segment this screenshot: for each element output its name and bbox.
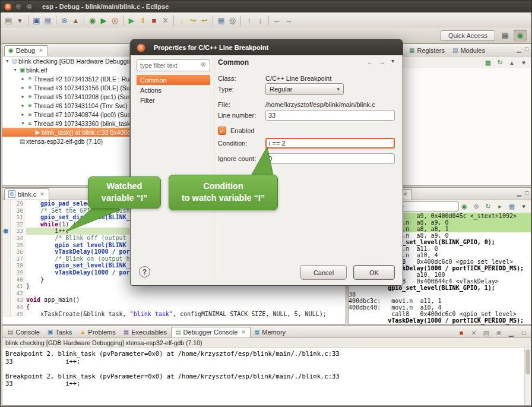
console-output[interactable]: Breakpoint 2, blink_task (pvParameter=0x… <box>2 348 525 405</box>
debug-perspective-icon[interactable]: ◉ <box>514 30 527 42</box>
breakpoint-margin[interactable]: ▶ <box>2 228 11 235</box>
close-tab-icon[interactable]: ✕ <box>403 191 408 197</box>
debug-tree-item[interactable]: ▤xtensa-esp32-elf-gdb (7.10) <box>2 137 129 146</box>
tab-registers[interactable]: ▦Registers <box>406 46 449 56</box>
refresh-icon[interactable]: ↻ <box>495 58 505 67</box>
forward-icon[interactable]: → <box>379 58 386 66</box>
close-tab-icon[interactable]: ✕ <box>40 191 45 197</box>
clear-console-icon[interactable]: ▤ <box>482 328 491 337</box>
tree-expander-icon[interactable]: ▸ <box>20 103 26 108</box>
instruction-stepping-icon[interactable]: ▦ <box>216 15 227 26</box>
tree-expander-icon[interactable]: ▾ <box>4 58 11 64</box>
step-return-icon[interactable]: ↩ <box>199 15 210 26</box>
type-combo[interactable]: Regular ▾ <box>265 83 344 95</box>
help-button[interactable]: ? <box>139 266 150 277</box>
disassembly-line[interactable]: 400dbc40: movi.n a10, 4 <box>349 304 531 311</box>
tab-console[interactable]: ▤Console <box>4 327 44 337</box>
minimize-icon[interactable]: ▁ <box>506 328 516 337</box>
window-close-button[interactable]: × <box>4 3 12 11</box>
debug-tree-item[interactable]: ▸≡Thread #6 1073431104 (Tmr Svc) (Suspen… <box>2 101 129 110</box>
line-number-input[interactable] <box>265 110 395 121</box>
dialog-filter-input[interactable] <box>137 59 210 71</box>
disassembly-line[interactable]: vTaskDelay(1000 / portTICK_PERIOD_MS); <box>349 317 531 324</box>
disassembly-line[interactable]: 38 <box>349 291 531 298</box>
disassembly-line[interactable]: call8 0x400dc6c0 <gpio_set_level> <box>349 311 531 317</box>
breakpoint-margin[interactable] <box>2 200 11 207</box>
breakpoint-margin[interactable] <box>2 296 11 304</box>
disconnect-icon[interactable]: ✕ <box>160 15 171 26</box>
breakpoint-margin[interactable] <box>2 214 11 221</box>
close-tab-icon[interactable]: ✕ <box>39 48 43 53</box>
refresh-icon[interactable]: ↻ <box>483 201 493 211</box>
tree-expander-icon[interactable]: ▾ <box>20 121 26 126</box>
debug-tree-item[interactable]: ▸≡Thread #2 1073413512 (IDLE : Running) <box>2 74 129 83</box>
build-icon[interactable]: ▲ <box>70 15 81 26</box>
ignore-count-input[interactable] <box>265 153 395 164</box>
open-perspective-icon[interactable]: ▦ <box>499 30 512 42</box>
maximize-view-icon[interactable]: □ <box>525 46 528 52</box>
back-icon[interactable]: ← <box>271 15 283 26</box>
clear-icon[interactable]: ⊗ <box>471 201 481 211</box>
resume-icon[interactable]: ▶ <box>126 15 137 26</box>
breakpoint-margin[interactable] <box>2 221 11 228</box>
editor-line[interactable]: 44{ <box>2 304 346 311</box>
dialog-nav-item-filter[interactable]: Filter <box>137 95 210 105</box>
remove-launch-icon[interactable]: ✕ <box>469 328 479 337</box>
tab-problems[interactable]: ▲Problems <box>76 327 119 337</box>
breakpoint-margin[interactable] <box>2 304 11 311</box>
enabled-checkbox[interactable]: ✓ <box>218 127 226 135</box>
dialog-nav-item-actions[interactable]: Actions <box>137 85 210 95</box>
search-icon[interactable]: ◎ <box>227 15 238 26</box>
dialog-close-button[interactable]: × <box>137 43 145 52</box>
tab-debug[interactable]: ◉ Debug ✕ <box>4 45 48 56</box>
tab-memory[interactable]: ▦Memory <box>251 327 290 337</box>
breakpoint-margin[interactable] <box>2 269 11 276</box>
breakpoint-margin[interactable] <box>2 262 11 269</box>
breakpoint-margin[interactable] <box>2 276 11 283</box>
breakpoint-margin[interactable] <box>2 235 11 242</box>
debug-tree-item[interactable]: ▾▣blink.elf <box>2 65 129 74</box>
show-columns-icon[interactable]: ▦ <box>483 58 493 67</box>
view-menu-icon[interactable]: ▾ <box>519 201 528 211</box>
profile-icon[interactable]: ◎ <box>109 15 121 26</box>
tab-tasks[interactable]: ▣Tasks <box>44 327 77 337</box>
breakpoint-margin[interactable] <box>2 207 11 214</box>
tree-expander-icon[interactable]: ▸ <box>20 85 26 90</box>
sync-icon[interactable]: ▦ <box>507 201 517 211</box>
tree-expander-icon[interactable]: ▸ <box>20 94 26 99</box>
breakpoint-margin[interactable] <box>2 248 11 255</box>
debug-icon[interactable]: ◉ <box>87 15 98 26</box>
minimize-view-icon[interactable]: ▁ <box>517 46 521 52</box>
next-annotation-icon[interactable]: ↓ <box>255 15 266 26</box>
tab-debugger-console[interactable]: ▤Debugger Console✕ <box>171 327 251 337</box>
new-wizard-icon[interactable]: ▤ <box>3 15 14 26</box>
tree-expander-icon[interactable]: ▾ <box>12 67 18 72</box>
cancel-button[interactable]: Cancel <box>300 265 347 280</box>
window-maximize-button[interactable]: □ <box>26 3 33 11</box>
breakpoint-margin[interactable] <box>2 311 11 318</box>
collapse-all-icon[interactable]: ▴ <box>507 58 517 67</box>
tree-expander-icon[interactable]: ▸ <box>20 112 26 117</box>
minimize-view-icon[interactable]: ▁ <box>517 190 521 196</box>
filter-clear-icon[interactable]: ⊗ <box>201 61 205 68</box>
terminate-icon[interactable]: ■ <box>457 328 466 337</box>
tab-modules[interactable]: ▤Modules <box>449 46 489 56</box>
terminate-icon[interactable]: ■ <box>148 15 160 26</box>
close-tab-icon[interactable]: ✕ <box>241 329 246 335</box>
tab-executables[interactable]: ▦Executables <box>120 327 171 337</box>
debug-tree-item[interactable]: ▸≡Thread #7 1073408744 (ipc0) (Suspended… <box>2 110 129 119</box>
maximize-view-icon[interactable]: □ <box>525 190 528 196</box>
console-scrollbar[interactable] <box>524 348 531 405</box>
skip-breakpoints-icon[interactable]: ⊗ <box>59 15 70 26</box>
suspend-icon[interactable]: ‖ <box>137 15 148 26</box>
editor-line[interactable]: 45 xTaskCreate(&blink_task, "blink_task"… <box>2 311 346 318</box>
debug-tree-item[interactable]: ▾≡Thread #9 1073433360 (blink_task : Sus… <box>2 119 129 128</box>
breakpoint-margin[interactable] <box>2 283 11 290</box>
condition-input[interactable] <box>265 138 395 149</box>
quick-access-button[interactable]: Quick Access <box>441 30 495 41</box>
tab-blink-c[interactable]: C blink.c ✕ <box>4 188 49 200</box>
save-all-icon[interactable]: ▦ <box>42 15 53 26</box>
tree-expander-icon[interactable]: ▸ <box>20 76 26 81</box>
back-icon[interactable]: ← <box>366 58 373 66</box>
ok-button[interactable]: OK <box>353 265 395 280</box>
